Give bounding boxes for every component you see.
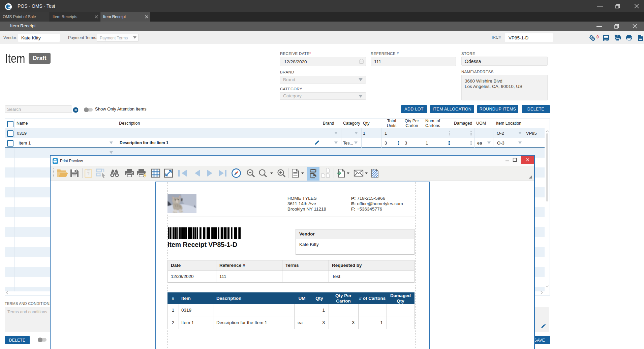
svg-text:?: ? bbox=[87, 171, 89, 176]
